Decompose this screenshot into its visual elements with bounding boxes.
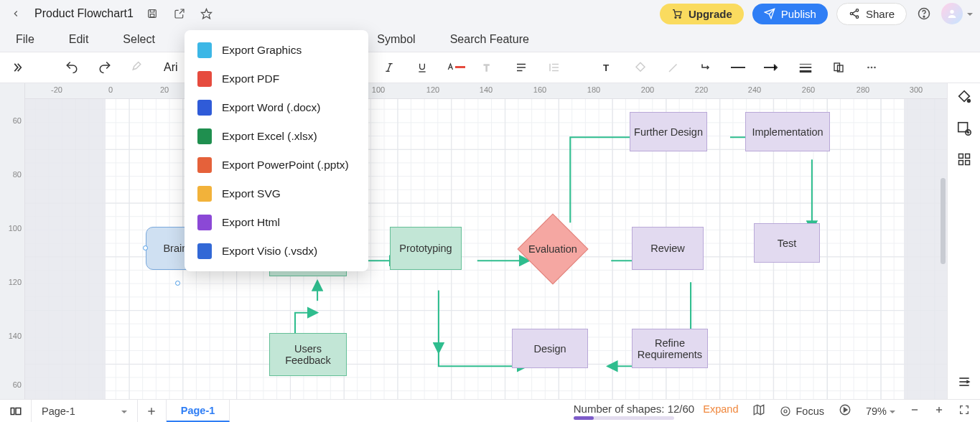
file-type-icon — [197, 71, 212, 87]
file-type-icon — [197, 128, 212, 144]
vertical-scrollbar[interactable] — [941, 178, 946, 264]
document-title[interactable]: Product Flowchart1 — [34, 7, 134, 20]
redo-icon[interactable] — [95, 57, 115, 78]
export-option[interactable]: Export Html — [185, 208, 368, 237]
export-option-label: Export SVG — [222, 187, 281, 200]
star-icon[interactable] — [198, 5, 215, 22]
export-option[interactable]: Export Excel (.xlsx) — [185, 122, 368, 151]
canvas[interactable]: -20020100120140160180200220240260280300 — [25, 83, 980, 399]
export-option[interactable]: Export PowerPoint (.pptx) — [185, 151, 368, 179]
map-icon[interactable] — [752, 403, 765, 418]
export-option[interactable]: Export Word (.docx) — [185, 93, 368, 122]
save-icon[interactable] — [144, 5, 161, 22]
account-menu[interactable] — [941, 3, 973, 24]
node-prototyping[interactable]: Prototyping — [390, 227, 462, 270]
underline-icon[interactable] — [412, 57, 432, 78]
shape-settings-icon[interactable] — [956, 121, 972, 139]
export-option-label: Export Word (.docx) — [222, 101, 321, 114]
italic-icon[interactable] — [379, 57, 399, 78]
fill-color-icon[interactable] — [630, 57, 650, 78]
zoom-level[interactable]: 79% — [866, 405, 895, 417]
node-design[interactable]: Design — [512, 329, 588, 368]
node-refine-req[interactable]: Refine Requirements — [632, 329, 708, 368]
ruler-tick: 120 — [426, 85, 439, 94]
focus-button[interactable]: Focus — [780, 405, 824, 417]
ruler-tick: 100 — [9, 224, 22, 233]
back-icon[interactable] — [7, 5, 24, 22]
node-further-design[interactable]: Further Design — [630, 112, 707, 151]
ruler-tick: 100 — [372, 85, 385, 94]
ruler-vertical: 608010012014060 — [0, 83, 25, 399]
publish-button[interactable]: Publish — [752, 4, 828, 24]
arrow-style-icon[interactable] — [762, 57, 783, 78]
page-select[interactable]: Page-1 — [32, 400, 138, 422]
connector-style-icon[interactable] — [696, 57, 717, 78]
svg-rect-47 — [965, 161, 969, 165]
export-option[interactable]: Export Graphics — [185, 36, 368, 65]
menu-select[interactable]: Select — [123, 33, 154, 46]
node-test[interactable]: Test — [754, 223, 820, 263]
menu-file[interactable]: File — [16, 33, 34, 46]
share-export-icon[interactable] — [171, 5, 188, 22]
workspace: 608010012014060 -20020100120140160180200… — [0, 83, 980, 399]
format-painter-icon[interactable] — [128, 57, 148, 78]
file-type-icon — [197, 243, 212, 259]
node-users-feedback[interactable]: Users Feedback — [269, 333, 347, 376]
collapse-sidebar-icon[interactable] — [957, 375, 971, 392]
selection-handle[interactable] — [175, 281, 180, 286]
ruler-tick: 60 — [13, 116, 22, 125]
line-weight-icon[interactable] — [795, 57, 816, 78]
chevron-down-icon — [887, 405, 895, 417]
page-tab-active[interactable]: Page-1 — [167, 400, 230, 422]
node-label: Test — [778, 238, 797, 249]
line-style-icon[interactable] — [729, 57, 750, 78]
page-select-label: Page-1 — [42, 405, 75, 417]
grid-gallery-icon[interactable] — [957, 152, 971, 169]
layout-behind-icon[interactable] — [829, 57, 849, 78]
expand-panel-icon[interactable] — [7, 57, 27, 78]
text-effect-icon[interactable]: T — [478, 57, 498, 78]
ruler-tick: -20 — [51, 85, 62, 94]
share-icon — [849, 8, 860, 19]
font-color-icon[interactable] — [445, 57, 465, 78]
svg-point-10 — [950, 10, 953, 14]
undo-icon[interactable] — [62, 57, 82, 78]
export-option-label: Export Html — [222, 216, 280, 229]
selection-handle[interactable] — [143, 245, 148, 250]
share-button[interactable]: Share — [836, 3, 907, 25]
line-color-icon[interactable] — [663, 57, 683, 78]
shapes-count: Number of shapes: 12/60 — [574, 403, 694, 415]
menu-edit[interactable]: Edit — [69, 33, 89, 46]
theme-icon[interactable] — [956, 89, 972, 108]
svg-rect-0 — [149, 10, 157, 18]
export-option[interactable]: Export PDF — [185, 65, 368, 93]
svg-point-9 — [923, 16, 925, 17]
ruler-tick: 220 — [695, 85, 708, 94]
upgrade-button[interactable]: Upgrade — [660, 4, 744, 24]
menu-search-feature[interactable]: Search Feature — [450, 33, 529, 46]
avatar — [941, 3, 963, 24]
add-page-button[interactable] — [138, 400, 167, 422]
more-icon[interactable] — [862, 57, 882, 78]
zoom-out-icon[interactable] — [910, 405, 920, 417]
play-icon[interactable] — [839, 403, 851, 418]
svg-point-32 — [870, 67, 872, 69]
align-icon[interactable] — [511, 57, 531, 78]
help-icon[interactable] — [915, 5, 933, 22]
zoom-in-icon[interactable] — [934, 405, 944, 417]
font-family-select[interactable]: Ari — [161, 61, 181, 74]
page-margin-left — [25, 99, 106, 399]
pages-panel-icon[interactable] — [0, 400, 32, 422]
node-label: Prototyping — [399, 243, 452, 254]
expand-link[interactable]: Expand — [703, 403, 738, 415]
insert-text-icon[interactable]: T — [597, 57, 617, 78]
line-spacing-icon[interactable] — [544, 57, 564, 78]
fullscreen-icon[interactable] — [958, 404, 970, 418]
export-dropdown: Export GraphicsExport PDFExport Word (.d… — [185, 30, 368, 271]
node-implementation[interactable]: Implementation — [745, 112, 830, 151]
export-option-label: Export Visio (.vsdx) — [222, 245, 317, 258]
export-option[interactable]: Export Visio (.vsdx) — [185, 237, 368, 266]
menu-symbol[interactable]: Symbol — [377, 33, 415, 46]
node-review[interactable]: Review — [632, 227, 704, 270]
export-option[interactable]: Export SVG — [185, 179, 368, 208]
